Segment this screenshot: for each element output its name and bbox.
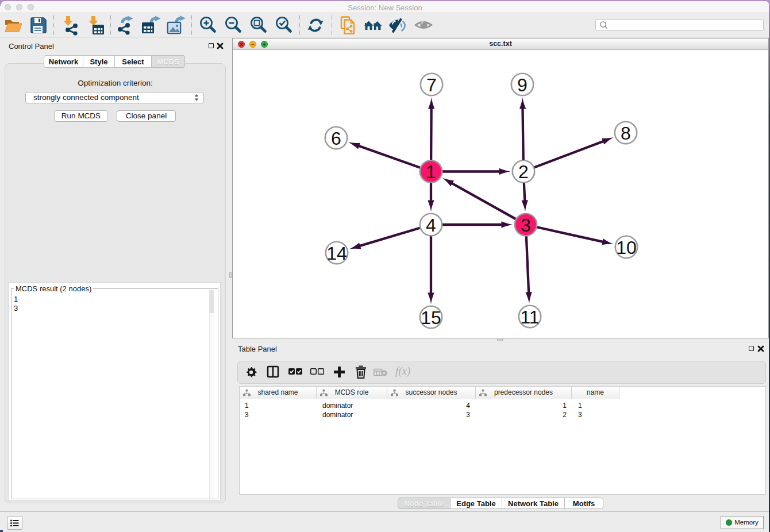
svg-text:9: 9 (517, 75, 528, 95)
svg-text:8: 8 (621, 123, 631, 144)
svg-text:10: 10 (616, 237, 637, 258)
svg-text:14: 14 (326, 243, 347, 264)
svg-text:3: 3 (521, 215, 531, 236)
svg-text:2: 2 (518, 161, 529, 182)
svg-text:15: 15 (421, 307, 441, 328)
svg-text:1: 1 (426, 161, 436, 182)
svg-text:4: 4 (426, 215, 436, 236)
svg-text:6: 6 (331, 128, 341, 149)
svg-text:11: 11 (520, 307, 539, 327)
svg-text:7: 7 (426, 75, 437, 95)
